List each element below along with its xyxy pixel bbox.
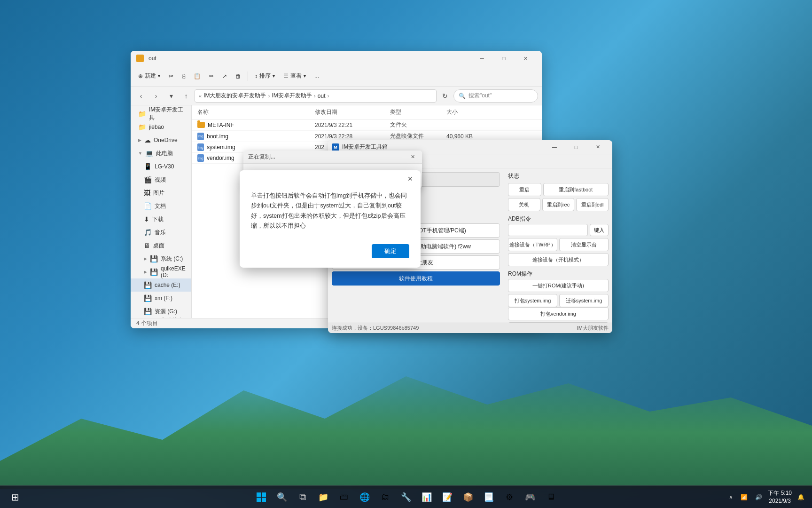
- taskbar-pin1-icon[interactable]: 🗃: [335, 488, 353, 507]
- copy-icon: ⎘: [182, 73, 185, 79]
- more-label: ...: [314, 73, 319, 79]
- shutdown-button[interactable]: 关机: [508, 198, 540, 211]
- im-maximize-button[interactable]: □: [565, 140, 587, 155]
- taskbar-app2-icon[interactable]: 🎮: [521, 488, 539, 507]
- sidebar-item-thispc[interactable]: ▼ 💻 此电脑: [131, 147, 191, 160]
- reboot-button[interactable]: 重启: [508, 183, 541, 196]
- reboot-fastboot-button[interactable]: 重启到fastboot: [543, 183, 609, 196]
- more-button[interactable]: ...: [311, 69, 323, 84]
- dropdown-button[interactable]: ▾: [164, 89, 178, 103]
- file-row-0[interactable]: META-INF 2021/9/3 22:21 文件夹: [192, 119, 542, 131]
- taskbar-vs-icon[interactable]: 📊: [417, 488, 436, 507]
- sidebar-label-drived: quikeEXE (D:: [161, 265, 187, 278]
- taskbar-search-icon[interactable]: 🔍: [273, 488, 291, 507]
- notification-icon[interactable]: 🔔: [796, 493, 806, 501]
- sidebar-item-drived[interactable]: ▶ 💾 quikeEXE (D:: [131, 265, 191, 278]
- file-name-2: img system.img: [197, 143, 315, 151]
- sidebar-item-desktop[interactable]: 🖥 桌面: [131, 239, 191, 252]
- video-icon: 🎬: [144, 176, 152, 183]
- delete-button[interactable]: 🗑: [232, 69, 245, 84]
- path-separator-2: ›: [314, 93, 316, 99]
- taskbar-volume-icon[interactable]: 🔊: [753, 493, 764, 501]
- col-type-header: 类型: [390, 107, 446, 117]
- taskbar-center: 🔍 ⧉ 📁 🗃 🌐 🗂 🔧 📊 📝 📦 📃 ⚙ 🎮 🖥: [252, 488, 560, 507]
- up-button[interactable]: ↑: [180, 89, 193, 103]
- taskbar-explorer-icon[interactable]: 📁: [314, 488, 333, 507]
- taskbar-chevron[interactable]: ∧: [727, 493, 735, 501]
- taskbar-network-icon[interactable]: 📶: [739, 493, 750, 501]
- clear-display-button[interactable]: 清空显示台: [559, 238, 609, 251]
- taskbar-taskview-icon[interactable]: ⧉: [293, 488, 312, 507]
- sidebar-item-jiebao[interactable]: 📁 jiebao: [131, 120, 191, 134]
- copy-dialog-close-button[interactable]: ✕: [408, 152, 417, 162]
- one-key-rom-button[interactable]: 一键打ROM(建议手动): [508, 279, 609, 292]
- path-part-2[interactable]: IM安卓开发助手: [272, 92, 312, 100]
- refresh-button[interactable]: ↻: [438, 89, 452, 103]
- col-name-header: 名称: [197, 107, 315, 117]
- sort-button[interactable]: ↕ 排序 ▾: [251, 69, 279, 84]
- cloud-icon: ☁: [144, 136, 151, 144]
- drive-icon: 💾: [144, 294, 152, 302]
- sidebar-label-drivee: cache (E:): [155, 282, 180, 288]
- content-header: 名称 修改日期 类型 大小: [192, 105, 542, 119]
- sidebar-item-downloads[interactable]: ⬇ 下载: [131, 213, 191, 226]
- reboot-edl-button[interactable]: 重启到edl: [576, 198, 609, 211]
- adb-input[interactable]: [508, 224, 588, 236]
- sidebar-item-onedrive[interactable]: ▶ ☁ OneDrive: [131, 134, 191, 147]
- connect-twrp-button[interactable]: 连接设备（TWRP）: [508, 238, 557, 251]
- taskbar-word-icon[interactable]: 📃: [479, 488, 498, 507]
- new-chevron-icon: ▾: [158, 73, 160, 79]
- paste-button[interactable]: 📋: [190, 69, 204, 84]
- new-button[interactable]: ⊕ 新建 ▾: [134, 69, 164, 84]
- adb-enter-button[interactable]: 键入: [590, 224, 609, 236]
- im-close-button[interactable]: ✕: [587, 140, 609, 155]
- address-path[interactable]: « IM大朋友的安卓开发助手 › IM安卓开发助手 › out ›: [195, 89, 437, 103]
- sidebar-item-video[interactable]: 🎬 视频: [131, 173, 191, 186]
- pack-vendor-button[interactable]: 打包vendor.img: [508, 307, 609, 320]
- search-box[interactable]: 🔍 搜索"out": [453, 89, 538, 103]
- sidebar-item-drivee[interactable]: 💾 cache (E:): [131, 278, 191, 292]
- rename-button[interactable]: ✏: [205, 69, 218, 84]
- maximize-button[interactable]: □: [493, 51, 515, 66]
- copy-button[interactable]: ⎘: [178, 69, 189, 84]
- taskbar-tool-icon[interactable]: 🔧: [397, 488, 415, 507]
- start-button[interactable]: ⊞: [6, 488, 24, 507]
- taskbar-notes-icon[interactable]: 📝: [438, 488, 457, 507]
- share-button[interactable]: ↗: [219, 69, 231, 84]
- taskbar-settings-icon[interactable]: ⚙: [500, 488, 519, 507]
- sidebar-item-music[interactable]: 🎵 音乐: [131, 226, 191, 239]
- minimize-button[interactable]: ─: [471, 51, 493, 66]
- view-button[interactable]: ☰ 查看 ▾: [280, 69, 310, 84]
- reboot-rec-button[interactable]: 重启到rec: [542, 198, 575, 211]
- forward-button[interactable]: ›: [149, 89, 163, 103]
- path-part-3[interactable]: out: [318, 93, 326, 99]
- adb-input-row: 键入: [508, 224, 609, 236]
- taskbar-chrome-icon[interactable]: 🌐: [355, 488, 374, 507]
- migrate-system-button[interactable]: 迁移system.img: [559, 294, 609, 307]
- sidebar-item-driveg[interactable]: 💾 资源 (G:): [131, 305, 191, 318]
- connect-boot-button[interactable]: 连接设备（开机模式）: [508, 253, 609, 266]
- sidebar-item-drivef[interactable]: 💾 xm (F:): [131, 292, 191, 305]
- sidebar-item-lgv30[interactable]: 📱 LG-V30: [131, 160, 191, 173]
- alert-close-button[interactable]: ✕: [405, 173, 416, 184]
- alert-ok-button[interactable]: 确定: [372, 244, 409, 258]
- pack-system-button[interactable]: 打包system.img: [508, 294, 557, 307]
- sidebar-item-im[interactable]: 📁 IM安卓开发工具: [131, 107, 191, 120]
- im-minimize-button[interactable]: ─: [544, 140, 565, 155]
- taskbar-app1-icon[interactable]: 📦: [459, 488, 477, 507]
- im-status-right: IM大朋友软件: [577, 325, 609, 332]
- taskbar-terminal-icon[interactable]: 🖥: [541, 488, 560, 507]
- sidebar-item-drivec[interactable]: ▶ 💾 系统 (C:): [131, 252, 191, 265]
- tutorial-btn[interactable]: 软件使用教程: [332, 271, 500, 286]
- close-button[interactable]: ✕: [515, 51, 536, 66]
- taskbar-files-icon[interactable]: 🗂: [376, 488, 395, 507]
- svg-rect-1: [262, 492, 266, 497]
- taskbar-clock[interactable]: 下午 5:10 2021/9/3: [768, 489, 792, 505]
- back-button[interactable]: ‹: [134, 89, 148, 103]
- taskbar-start-icon[interactable]: [252, 488, 271, 507]
- cut-button[interactable]: ✂: [165, 69, 177, 84]
- sidebar-item-pictures[interactable]: 🖼 图片: [131, 186, 191, 199]
- sidebar-item-docs[interactable]: 📄 文档: [131, 199, 191, 213]
- statusbar-count: 4 个项目: [136, 319, 158, 327]
- path-part-1[interactable]: IM大朋友的安卓开发助手: [203, 92, 266, 100]
